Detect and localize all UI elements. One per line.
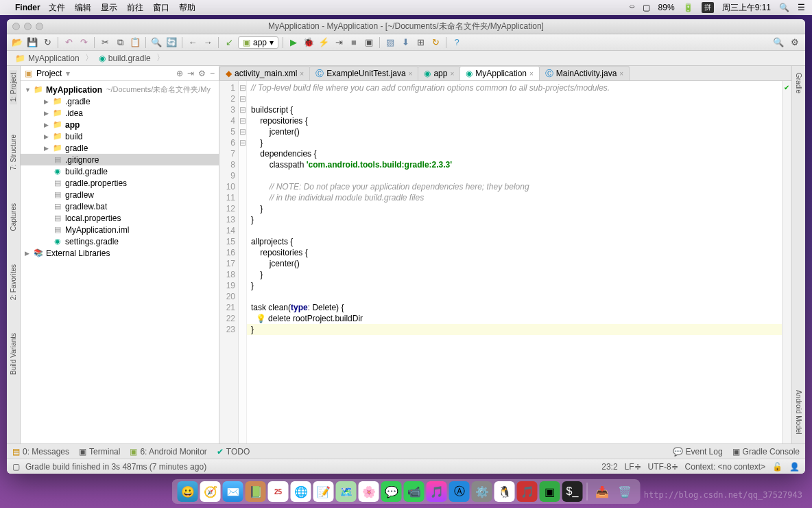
- editor-tab[interactable]: ⒸMainActivity.java×: [539, 66, 630, 80]
- menu-help[interactable]: 帮助: [179, 2, 195, 14]
- close-tab-icon[interactable]: ×: [529, 70, 534, 78]
- finder-app-name[interactable]: Finder: [15, 3, 40, 12]
- tree-item[interactable]: ▤gradlew: [21, 189, 219, 200]
- menu-edit[interactable]: 编辑: [75, 2, 91, 14]
- context-indicator[interactable]: Context: <no context>: [685, 462, 765, 472]
- open-icon[interactable]: 📂: [11, 36, 23, 49]
- event-log-button[interactable]: 💬Event Log: [673, 447, 723, 457]
- tool-tab-favorites[interactable]: 2: Favorites: [10, 262, 17, 303]
- project-panel-title[interactable]: Project: [36, 69, 62, 78]
- finder-app-icon[interactable]: 😀: [178, 481, 198, 502]
- photos-app-icon[interactable]: 🌸: [359, 481, 379, 502]
- tool-tab-gradle[interactable]: Gradle: [795, 70, 802, 96]
- tree-item[interactable]: ▤local.properties: [21, 212, 219, 224]
- airplay-icon[interactable]: ▢: [643, 3, 650, 12]
- cursor-position[interactable]: 23:2: [601, 462, 617, 472]
- tree-item[interactable]: ◉settings.gradle: [21, 235, 219, 247]
- messages-app-icon[interactable]: 💬: [381, 481, 402, 502]
- breadcrumb-file[interactable]: ◉build.gradle: [96, 54, 154, 63]
- undo-icon[interactable]: ↶: [62, 36, 75, 49]
- clock[interactable]: 周三上午9:11: [722, 2, 771, 14]
- editor-tab[interactable]: ◉MyApplication×: [459, 66, 540, 80]
- close-tab-icon[interactable]: ×: [619, 70, 623, 78]
- contacts-app-icon[interactable]: 📗: [246, 481, 266, 502]
- qq-app-icon[interactable]: 🐧: [494, 481, 515, 502]
- netease-app-icon[interactable]: 🎵: [517, 481, 538, 502]
- project-tree[interactable]: ▼ 📁 MyApplication ~/Documents/未命名文件夹/My …: [21, 81, 219, 443]
- menu-view[interactable]: 显示: [101, 2, 117, 14]
- structure-icon[interactable]: ⊞: [414, 36, 427, 49]
- line-separator[interactable]: LF≑: [625, 462, 641, 472]
- todo-button[interactable]: ✔TODO: [217, 447, 250, 457]
- tool-tab-build-variants[interactable]: Build Variants: [10, 330, 17, 378]
- paste-icon[interactable]: 📋: [129, 36, 141, 49]
- appstore-app-icon[interactable]: Ⓐ: [449, 481, 470, 502]
- spotlight-icon[interactable]: 🔍: [779, 3, 789, 12]
- make-icon[interactable]: ↙: [223, 36, 235, 49]
- tree-item[interactable]: ▶📁.gradle: [21, 95, 219, 107]
- mail-app-icon[interactable]: ✉️: [223, 481, 243, 502]
- tool-tab-android-model[interactable]: Android Model: [795, 387, 802, 437]
- stop-icon[interactable]: ■: [348, 36, 360, 49]
- inspections-icon[interactable]: 👤: [789, 462, 800, 472]
- menu-file[interactable]: 文件: [49, 2, 65, 14]
- collapse-icon[interactable]: ⇥: [187, 69, 194, 78]
- sdk-icon[interactable]: ⬇: [399, 36, 411, 49]
- run-icon[interactable]: ▶: [287, 36, 300, 49]
- cut-icon[interactable]: ✂: [99, 36, 111, 49]
- attach-icon[interactable]: ⇥: [333, 36, 345, 49]
- android-monitor-button[interactable]: ▣6: Android Monitor: [130, 447, 206, 457]
- breadcrumb-root[interactable]: 📁MyApplication: [12, 54, 82, 63]
- tree-external-libs[interactable]: ▶ 📚 External Libraries: [21, 247, 219, 259]
- profile-icon[interactable]: ⚡: [318, 36, 330, 49]
- downloads-icon[interactable]: 📥: [592, 481, 612, 502]
- code-editor[interactable]: // Top-level build file where you can ad…: [247, 81, 782, 443]
- tree-item[interactable]: ▶📁build: [21, 130, 219, 142]
- tool-tab-project[interactable]: 1: Project: [10, 70, 17, 104]
- android-studio-app-icon[interactable]: ▣: [540, 481, 560, 502]
- dock[interactable]: 😀 🧭 ✉️ 📗 25 🌐 📝 🗺️ 🌸 💬 📹 🎵 Ⓐ ⚙️ 🐧 🎵 ▣ $_…: [172, 479, 641, 504]
- tool-tab-structure[interactable]: 7: Structure: [10, 132, 17, 173]
- close-tab-icon[interactable]: ×: [450, 70, 454, 78]
- run-config-select[interactable]: ▣ app ▾: [238, 36, 278, 49]
- wifi-icon[interactable]: ⌔: [630, 3, 634, 12]
- tree-item[interactable]: ▤gradle.properties: [21, 177, 219, 189]
- editor-tab[interactable]: ⒸExampleUnitTest.java×: [309, 66, 418, 80]
- avd-icon[interactable]: ▨: [384, 36, 396, 49]
- facetime-app-icon[interactable]: 📹: [404, 481, 425, 502]
- forward-icon[interactable]: →: [202, 36, 214, 49]
- target-icon[interactable]: ⊕: [176, 69, 183, 78]
- tree-item[interactable]: ◉build.gradle: [21, 165, 219, 177]
- menu-window[interactable]: 窗口: [153, 2, 169, 14]
- tree-item[interactable]: ▤gradlew.bat: [21, 200, 219, 212]
- menu-icon[interactable]: ☰: [798, 3, 805, 12]
- fold-gutter[interactable]: ⊟⊟⊟⊟⊟⊟: [239, 81, 247, 443]
- status-window-icon[interactable]: ▢: [12, 462, 20, 472]
- close-tab-icon[interactable]: ×: [409, 70, 413, 78]
- copy-icon[interactable]: ⧉: [114, 36, 126, 49]
- editor-tab[interactable]: ◆activity_main.xml×: [219, 66, 310, 80]
- dropdown-icon[interactable]: ▾: [66, 69, 70, 78]
- search-everywhere-icon[interactable]: 🔍: [772, 36, 785, 49]
- back-icon[interactable]: ←: [187, 36, 199, 49]
- debug-icon[interactable]: 🐞: [302, 36, 315, 49]
- maps-app-icon[interactable]: 🗺️: [336, 481, 357, 502]
- file-encoding[interactable]: UTF-8≑: [648, 462, 678, 472]
- replace-icon[interactable]: 🔄: [165, 36, 178, 49]
- close-tab-icon[interactable]: ×: [300, 70, 304, 78]
- itunes-app-icon[interactable]: 🎵: [427, 481, 447, 502]
- coverage-icon[interactable]: ▣: [363, 36, 375, 49]
- ime-indicator[interactable]: 拼: [702, 2, 714, 13]
- lock-icon[interactable]: 🔓: [772, 462, 783, 472]
- preferences-app-icon[interactable]: ⚙️: [472, 481, 492, 502]
- gradle-console-button[interactable]: ▣Gradle Console: [732, 447, 800, 457]
- trash-icon[interactable]: 🗑️: [614, 481, 635, 502]
- tool-tab-captures[interactable]: Captures: [10, 200, 17, 234]
- gear-icon[interactable]: ⚙: [198, 69, 206, 78]
- chrome-app-icon[interactable]: 🌐: [291, 481, 311, 502]
- sync-gradle-icon[interactable]: ↻: [429, 36, 442, 49]
- hide-icon[interactable]: −: [210, 69, 215, 78]
- tree-item[interactable]: ▶📁app: [21, 119, 219, 130]
- tree-item[interactable]: ▤MyApplication.iml: [21, 224, 219, 235]
- editor-body[interactable]: 1234567891011121314151617181920212223 ⊟⊟…: [219, 81, 791, 443]
